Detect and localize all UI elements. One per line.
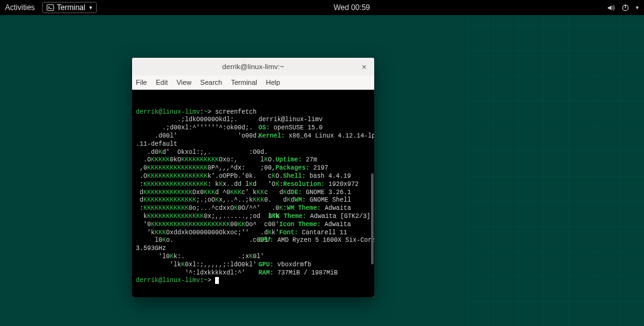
scrollbar[interactable] bbox=[370, 92, 374, 295]
volume-icon bbox=[607, 4, 615, 12]
clock[interactable]: Wed 00:59 bbox=[333, 3, 370, 12]
menu-search[interactable]: Search bbox=[200, 79, 222, 86]
power-icon bbox=[621, 4, 630, 12]
terminal-icon bbox=[47, 4, 54, 11]
menu-terminal[interactable]: Terminal bbox=[231, 79, 257, 86]
window-title: derrik@linux-limv:~ bbox=[222, 63, 284, 70]
current-app-indicator[interactable]: Terminal ▾ bbox=[42, 2, 96, 13]
terminal-window: derrik@linux-limv:~ × FileEditViewSearch… bbox=[132, 58, 374, 297]
status-menu[interactable]: ▾ bbox=[607, 4, 639, 12]
scrollbar-thumb[interactable] bbox=[371, 173, 374, 264]
menu-file[interactable]: File bbox=[136, 79, 147, 86]
close-button[interactable]: × bbox=[359, 62, 369, 72]
terminal-output[interactable]: derrik@linux-limv:~> screenfetch .;ldkO0… bbox=[132, 90, 374, 297]
svg-rect-0 bbox=[47, 5, 54, 11]
text-cursor bbox=[215, 277, 219, 284]
gnome-top-bar: Activities Terminal ▾ Wed 00:59 ▾ bbox=[0, 0, 644, 15]
activities-button[interactable]: Activities bbox=[5, 3, 35, 12]
current-app-label: Terminal bbox=[57, 3, 85, 12]
window-menubar: FileEditViewSearchTerminalHelp bbox=[132, 75, 374, 90]
desktop-wallpaper-pattern bbox=[468, 0, 644, 326]
menu-help[interactable]: Help bbox=[266, 79, 280, 86]
chevron-down-icon: ▾ bbox=[89, 4, 92, 11]
menu-view[interactable]: View bbox=[177, 79, 192, 86]
menu-edit[interactable]: Edit bbox=[156, 79, 168, 86]
chevron-down-icon: ▾ bbox=[636, 4, 639, 11]
window-titlebar[interactable]: derrik@linux-limv:~ × bbox=[132, 58, 374, 75]
